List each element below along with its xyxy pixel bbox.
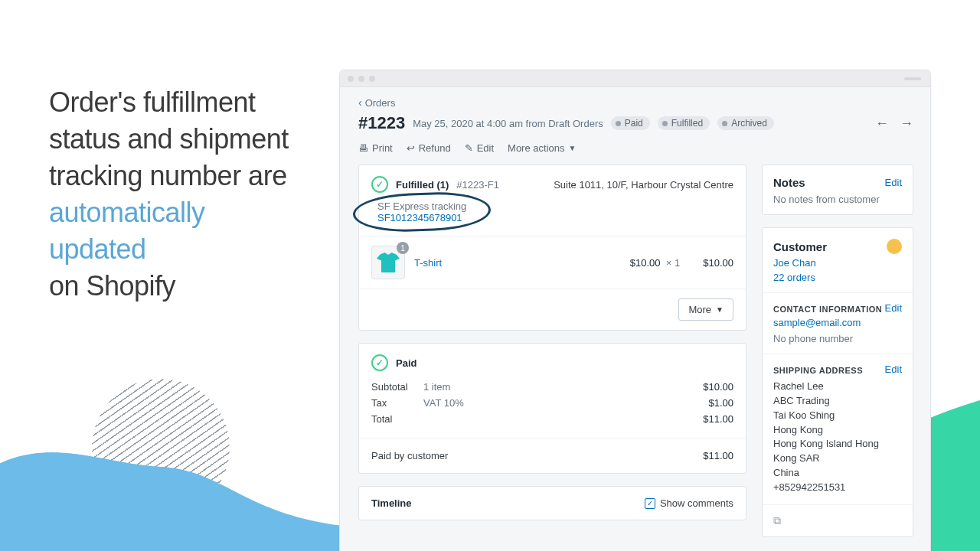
customer-card: Customer Joe Chan 22 orders CONTACT INFO… (762, 227, 913, 537)
status-badge: Archived (717, 116, 774, 130)
notes-title: Notes (773, 176, 805, 189)
contact-edit-link[interactable]: Edit (885, 302, 902, 314)
window-dot (358, 76, 364, 82)
tracking-highlight-ring: SF Express tracking SF1012345678901 (367, 197, 480, 228)
notes-body: No notes from customer (773, 194, 902, 205)
payment-title: Paid (396, 357, 416, 369)
notes-edit-link[interactable]: Edit (885, 177, 902, 188)
copy-icon[interactable]: ⧉ (773, 514, 781, 527)
contact-heading: CONTACT INFORMATION (773, 305, 882, 314)
money-row: Subtotal1 item$10.00 (371, 379, 733, 395)
money-row: Total$11.00 (371, 411, 733, 427)
line-total: $10.00 (703, 257, 733, 269)
back-link[interactable]: ‹ Orders (358, 96, 395, 109)
customer-name-link[interactable]: Joe Chan (773, 257, 902, 269)
window-titlebar (340, 70, 930, 87)
timeline-card: Timeline ✓ Show comments (358, 486, 746, 520)
shipping-edit-link[interactable]: Edit (885, 364, 902, 375)
timeline-title: Timeline (371, 497, 412, 509)
line-item: 1 T-shirt $10.00 × 1 $10.00 (371, 246, 733, 279)
tracking-number-link[interactable]: SF1012345678901 (377, 212, 462, 223)
paid-by-row: Paid by customer$11.00 (371, 448, 733, 464)
customer-title: Customer (773, 240, 827, 253)
promo-part-1: Order's fulfillment status and shipment … (49, 86, 289, 191)
promo-highlight: automatically updated (49, 197, 205, 265)
promo-part-3: on Shopify (49, 270, 175, 302)
customer-email-link[interactable]: sample@email.com (773, 317, 902, 328)
more-actions-button[interactable]: More actions ▼ (508, 142, 576, 154)
caret-down-icon: ▼ (716, 305, 724, 314)
window-dot (369, 76, 375, 82)
product-name-link[interactable]: T-shirt (414, 257, 442, 269)
unit-price: $10.00 × 1 (630, 257, 680, 269)
chevron-left-icon: ‹ (358, 96, 362, 109)
print-icon: 🖶 (358, 142, 368, 154)
customer-phone: No phone number (773, 333, 902, 344)
shirt-icon (377, 253, 400, 272)
window-handle (904, 77, 921, 80)
prev-order-button[interactable]: ← (875, 116, 889, 132)
product-thumbnail: 1 (371, 246, 405, 279)
qty-badge: 1 (397, 242, 409, 254)
fulfillment-more-button[interactable]: More ▼ (678, 298, 733, 321)
tracking-carrier-label: SF Express tracking (377, 201, 466, 212)
payment-card: ✓ Paid Subtotal1 item$10.00 TaxVAT 10%$1… (358, 343, 746, 474)
show-comments-checkbox[interactable]: ✓ Show comments (645, 497, 733, 509)
refund-button[interactable]: ↩︎ Refund (407, 142, 451, 154)
shipping-address: Rachel Lee ABC Trading Tai Koo Shing Hon… (773, 380, 902, 495)
fulfillment-address: Suite 1011, 10/F, Harbour Crystal Centre (554, 179, 733, 191)
fulfillment-id: #1223-F1 (456, 179, 499, 191)
print-button[interactable]: 🖶 Print (358, 142, 393, 154)
status-badge: Fulfilled (658, 116, 710, 130)
check-circle-icon: ✓ (371, 354, 388, 371)
fulfillment-title: Fulfilled (1) (396, 179, 449, 191)
refund-icon: ↩︎ (407, 142, 415, 154)
checkbox-icon: ✓ (645, 498, 655, 509)
pencil-icon: ✎ (465, 142, 473, 154)
app-window: ‹ Orders #1223 May 25, 2020 at 4:00 am f… (339, 70, 931, 551)
next-order-button[interactable]: → (900, 116, 913, 132)
order-number: #1223 (358, 113, 405, 133)
back-label: Orders (365, 97, 396, 109)
promo-headline: Order's fulfillment status and shipment … (49, 84, 302, 305)
money-row: TaxVAT 10%$1.00 (371, 395, 733, 411)
notes-card: NotesEdit No notes from customer (762, 165, 913, 215)
order-meta: May 25, 2020 at 4:00 am from Draft Order… (413, 118, 603, 129)
check-circle-icon: ✓ (371, 176, 388, 193)
avatar-icon (887, 239, 902, 254)
fulfillment-card: ✓ Fulfilled (1) #1223-F1 Suite 1011, 10/… (358, 165, 746, 331)
caret-down-icon: ▼ (568, 144, 576, 152)
window-dot (348, 76, 354, 82)
order-toolbar: 🖶 Print ↩︎ Refund ✎ Edit More actions ▼ (358, 142, 913, 154)
customer-orders-link[interactable]: 22 orders (773, 272, 902, 283)
status-badge: Paid (611, 116, 650, 130)
edit-button[interactable]: ✎ Edit (465, 142, 494, 154)
shipping-heading: SHIPPING ADDRESS (773, 366, 863, 375)
